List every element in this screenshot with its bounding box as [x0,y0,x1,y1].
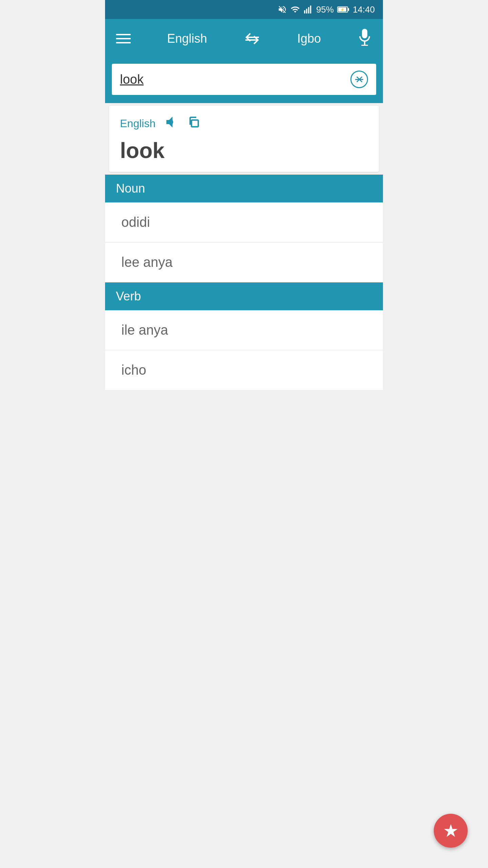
sections-container: Nounodidilee anyaVerbile anyaicho [105,175,383,390]
section-header-verb: Verb [105,282,383,310]
status-icons: 95% ⚡ 14:40 [278,4,375,15]
svg-rect-3 [310,5,311,13]
search-input[interactable] [120,72,345,87]
battery-icon: ⚡ [337,5,349,14]
svg-text:⚡: ⚡ [340,7,345,12]
microphone-button[interactable] [357,28,372,49]
app-bar: English Igbo [105,19,383,58]
svg-rect-8 [362,29,367,38]
translation-item[interactable]: ile anya [105,310,383,350]
signal-icon [303,5,313,14]
time-display: 14:40 [353,4,375,15]
menu-line-2 [116,38,131,39]
card-header: English [120,115,368,132]
speaker-button[interactable] [164,115,177,132]
card-language-label: English [120,117,156,130]
search-box: ✕ [112,64,376,95]
wifi-icon [290,5,300,14]
menu-line-1 [116,34,131,35]
translation-item[interactable]: odidi [105,202,383,242]
copy-button[interactable] [185,115,199,132]
svg-rect-1 [306,9,307,14]
svg-rect-5 [348,8,349,11]
menu-button[interactable] [116,34,131,43]
target-language[interactable]: Igbo [297,32,321,46]
svg-rect-0 [304,10,305,13]
swap-icon [243,31,261,46]
svg-rect-2 [308,7,309,14]
menu-line-3 [116,42,131,43]
battery-percent: 95% [316,4,334,15]
mute-icon [278,5,287,14]
clear-button[interactable]: ✕ [350,71,368,88]
copy-icon [185,115,199,129]
search-container: ✕ [105,58,383,103]
svg-rect-9 [364,42,365,45]
clear-icon: ✕ [355,74,364,85]
status-bar: 95% ⚡ 14:40 [105,0,383,19]
mic-icon [357,28,372,46]
source-word: look [120,139,368,162]
section-header-noun: Noun [105,175,383,202]
source-language[interactable]: English [167,32,207,46]
svg-rect-10 [361,45,368,46]
translation-card: English look [109,106,379,172]
speaker-icon [164,115,177,129]
translation-item[interactable]: lee anya [105,242,383,282]
swap-languages-button[interactable] [243,31,261,46]
translation-item[interactable]: icho [105,350,383,390]
